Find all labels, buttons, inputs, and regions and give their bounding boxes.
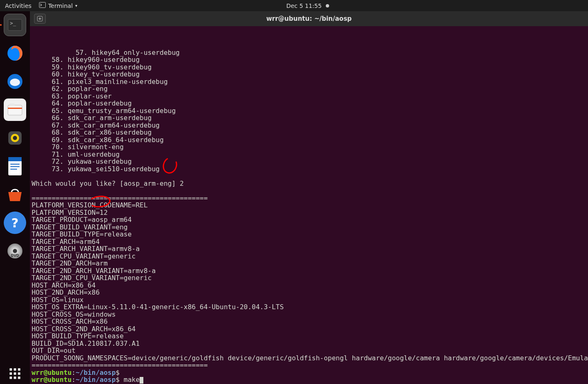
dock-files[interactable] bbox=[4, 98, 26, 121]
svg-point-3 bbox=[10, 79, 20, 86]
app-menu[interactable]: Terminal ▾ bbox=[39, 2, 77, 9]
svg-rect-11 bbox=[8, 157, 22, 161]
window-title: wrr@ubuntu: ~/bin/aosp bbox=[46, 15, 572, 22]
desktop: Activities Terminal ▾ Dec 5 11:55 >_ bbox=[0, 0, 588, 384]
svg-rect-14 bbox=[10, 169, 17, 170]
terminal-icon bbox=[39, 2, 46, 9]
svg-rect-5 bbox=[10, 103, 15, 106]
terminal-icon: >_ bbox=[8, 19, 22, 31]
clock-label: Dec 5 11:55 bbox=[286, 2, 322, 9]
dock-rhythmbox[interactable] bbox=[4, 127, 26, 149]
new-tab-icon bbox=[37, 16, 43, 22]
app-menu-label: Terminal bbox=[48, 2, 73, 9]
dock-terminal[interactable]: >_ bbox=[4, 14, 26, 36]
terminal-output[interactable]: 57. hikey64_only-userdebug 58. hikey960-… bbox=[30, 26, 588, 384]
dock-disc[interactable]: DVD bbox=[4, 240, 26, 262]
new-tab-button[interactable] bbox=[34, 14, 46, 24]
show-applications-icon[interactable] bbox=[10, 368, 20, 379]
svg-rect-0 bbox=[39, 2, 45, 8]
notification-dot-icon bbox=[326, 4, 329, 7]
dock-thunderbird[interactable] bbox=[4, 70, 26, 93]
dock-firefox[interactable] bbox=[4, 42, 26, 64]
terminal-window: wrr@ubuntu: ~/bin/aosp 57. hikey64_only-… bbox=[30, 11, 588, 384]
svg-rect-12 bbox=[10, 164, 20, 165]
clock[interactable]: Dec 5 11:55 bbox=[77, 2, 538, 9]
svg-point-16 bbox=[13, 249, 17, 253]
terminal-header: wrr@ubuntu: ~/bin/aosp bbox=[30, 11, 588, 26]
annotation-circle-1 bbox=[160, 155, 180, 175]
svg-rect-13 bbox=[10, 166, 20, 167]
dock-libreoffice-writer[interactable] bbox=[4, 155, 26, 177]
dock: >_ ? DVD bbox=[0, 11, 30, 384]
activities-button[interactable]: Activities bbox=[5, 2, 32, 9]
svg-point-9 bbox=[13, 136, 17, 140]
gnome-top-panel: Activities Terminal ▾ Dec 5 11:55 bbox=[0, 0, 588, 11]
dock-ubuntu-software[interactable] bbox=[4, 183, 26, 206]
svg-rect-4 bbox=[8, 105, 22, 115]
dock-help[interactable]: ? bbox=[4, 212, 26, 234]
svg-text:DVD: DVD bbox=[11, 254, 19, 258]
svg-rect-6 bbox=[8, 108, 22, 109]
